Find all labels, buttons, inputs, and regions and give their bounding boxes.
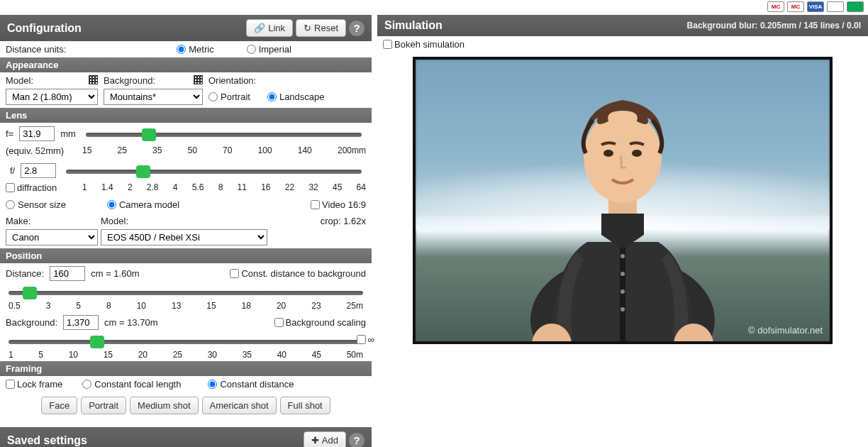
configuration-header: Configuration 🔗 Link ↻ Reset ? bbox=[0, 15, 372, 41]
sensor-size-radio[interactable] bbox=[6, 200, 15, 209]
make-select[interactable]: Canon bbox=[6, 229, 98, 245]
aperture-prefix: f/ bbox=[10, 165, 15, 176]
const-fl-radio[interactable] bbox=[82, 380, 91, 389]
video-169-checkbox[interactable] bbox=[311, 200, 320, 209]
lock-frame-checkbox[interactable] bbox=[6, 380, 15, 389]
framing-face-button[interactable]: Face bbox=[41, 397, 77, 414]
svg-point-6 bbox=[584, 111, 662, 203]
distance-label: Distance: bbox=[6, 268, 44, 279]
svg-point-5 bbox=[621, 307, 625, 311]
svg-point-8 bbox=[632, 150, 642, 157]
orientation-landscape-radio[interactable] bbox=[267, 92, 277, 101]
distance-units-label: Distance units: bbox=[6, 44, 66, 55]
add-saved-button[interactable]: ✚ Add bbox=[304, 431, 346, 447]
focal-length-input[interactable] bbox=[19, 126, 55, 141]
reset-button[interactable]: ↻ Reset bbox=[296, 19, 346, 37]
focal-length-slider[interactable] bbox=[86, 128, 362, 141]
const-dist-bg-checkbox[interactable] bbox=[230, 269, 239, 278]
config-title: Configuration bbox=[7, 22, 82, 35]
watermark-text: © dofsimulator.net bbox=[748, 325, 823, 336]
framing-portrait-button[interactable]: Portrait bbox=[81, 397, 126, 414]
focal-equiv: (equiv. 52mm) bbox=[6, 145, 77, 156]
distance-slider[interactable] bbox=[9, 287, 363, 299]
aperture-input[interactable] bbox=[21, 163, 56, 178]
bokeh-sim-checkbox[interactable] bbox=[383, 40, 392, 49]
framing-medium-shot-button[interactable]: Medium shot bbox=[130, 397, 198, 414]
bg-infinity-checkbox[interactable] bbox=[357, 335, 366, 344]
payment-card-other1 bbox=[827, 1, 844, 12]
saved-settings-header: Saved settings ✚ Add ? bbox=[0, 427, 372, 447]
aperture-slider[interactable] bbox=[66, 165, 362, 178]
simulation-canvas: © dofsimulator.net bbox=[413, 57, 833, 344]
framing-american-shot-button[interactable]: American shot bbox=[202, 397, 277, 414]
units-imperial-radio[interactable] bbox=[247, 45, 256, 54]
sim-status-text: Background blur: 0.205mm / 145 lines / 0… bbox=[687, 21, 861, 31]
framing-section: Framing bbox=[0, 361, 372, 376]
simulation-header: Simulation Background blur: 0.205mm / 14… bbox=[377, 15, 868, 36]
link-button[interactable]: 🔗 Link bbox=[246, 19, 293, 37]
position-section: Position bbox=[0, 248, 372, 263]
svg-point-2 bbox=[621, 254, 625, 258]
bg-distance-slider[interactable]: ∞ bbox=[9, 336, 363, 348]
character-model bbox=[509, 72, 736, 344]
model-label: Model: bbox=[6, 75, 33, 86]
lens-section: Lens bbox=[0, 108, 372, 123]
appearance-section: Appearance bbox=[0, 57, 372, 72]
model-select[interactable]: Man 2 (1.80m) bbox=[6, 89, 98, 105]
payment-card-mc: MC bbox=[767, 1, 784, 12]
saved-help-icon[interactable]: ? bbox=[349, 433, 365, 448]
model-grid-icon[interactable] bbox=[89, 75, 98, 84]
help-icon[interactable]: ? bbox=[349, 21, 365, 36]
distance-input[interactable] bbox=[50, 266, 85, 281]
const-dist-radio[interactable] bbox=[208, 380, 217, 389]
bg-distance-input[interactable] bbox=[63, 315, 99, 330]
payment-card-mc2: MC bbox=[787, 1, 804, 12]
payment-card-visa: VISA bbox=[807, 1, 824, 12]
camera-model-radio[interactable] bbox=[107, 200, 116, 209]
crop-factor: crop: 1.62x bbox=[321, 216, 366, 226]
orientation-portrait-radio[interactable] bbox=[208, 92, 218, 101]
orientation-label: Orientation: bbox=[208, 75, 256, 86]
units-metric-radio[interactable] bbox=[177, 45, 186, 54]
svg-point-7 bbox=[603, 150, 613, 157]
background-select[interactable]: Mountains* bbox=[104, 89, 203, 105]
svg-point-4 bbox=[621, 289, 625, 294]
framing-full-shot-button[interactable]: Full shot bbox=[280, 397, 330, 414]
payment-card-other2 bbox=[847, 1, 864, 12]
bg-label: Background: bbox=[104, 75, 155, 86]
svg-point-3 bbox=[621, 272, 625, 276]
bg-distance-label: Background: bbox=[6, 317, 57, 328]
bg-grid-icon[interactable] bbox=[194, 75, 203, 84]
camera-model-select[interactable]: EOS 450D / Rebel XSi bbox=[101, 229, 267, 245]
focal-prefix: f= bbox=[6, 128, 13, 139]
bg-scaling-checkbox[interactable] bbox=[274, 318, 284, 327]
diffraction-checkbox[interactable] bbox=[6, 183, 15, 192]
